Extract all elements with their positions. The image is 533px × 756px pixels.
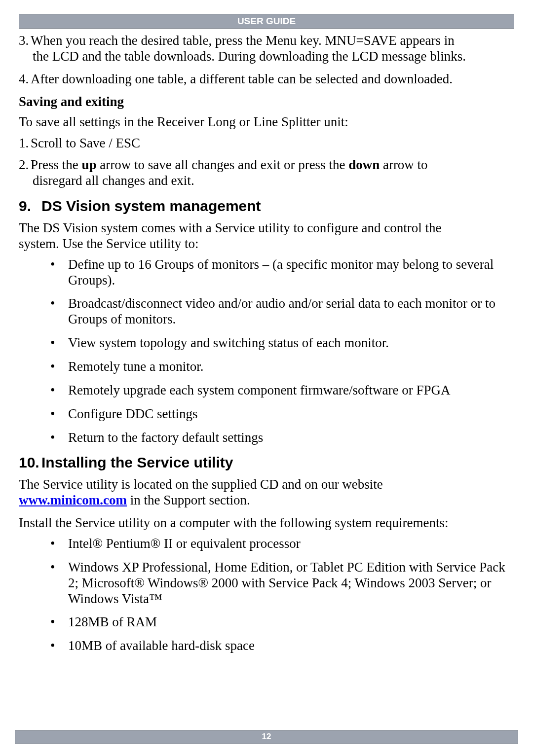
saving-step-2-pre: Press the xyxy=(31,157,82,172)
list-item: 128MB of RAM xyxy=(50,614,514,630)
step-3-line1: When you reach the desired table, press … xyxy=(31,33,455,48)
saving-step-2-down: down xyxy=(348,157,380,172)
bullet-text: Return to the factory default settings xyxy=(68,430,263,445)
saving-step-2-mid: arrow to save all changes and exit or pr… xyxy=(97,157,349,172)
saving-step-2: 2.Press the up arrow to save all changes… xyxy=(19,157,514,189)
section-10-intro-post: in the Support section. xyxy=(127,493,250,507)
saving-step-1-number: 1. xyxy=(19,136,31,151)
saving-step-1: 1.Scroll to Save / ESC xyxy=(19,136,514,151)
bullet-text: Remotely upgrade each system component f… xyxy=(68,383,451,397)
section-10-intro: The Service utility is located on the su… xyxy=(19,477,514,508)
bullet-text: 128MB of RAM xyxy=(68,614,157,629)
bullet-text: Windows XP Professional, Home Edition, o… xyxy=(68,560,505,606)
saving-step-2-up: up xyxy=(82,157,97,172)
section-9-intro-line1: The DS Vision system comes with a Servic… xyxy=(19,220,441,235)
bullet-text: Broadcast/disconnect video and/or audio … xyxy=(68,296,495,326)
section-9-intro-line2: system. Use the Service utility to: xyxy=(19,236,198,251)
section-9-intro: The DS Vision system comes with a Servic… xyxy=(19,220,514,252)
bullet-text: Configure DDC settings xyxy=(68,406,198,421)
list-item: Intel® Pentium® II or equivalent process… xyxy=(50,536,514,552)
list-item: 10MB of available hard-disk space xyxy=(50,638,514,654)
saving-step-2-line2: disregard all changes and exit. xyxy=(33,173,514,189)
section-10-number: 10. xyxy=(19,454,41,471)
list-item: Configure DDC settings xyxy=(50,406,514,422)
saving-step-2-number: 2. xyxy=(19,157,31,173)
list-item: Remotely upgrade each system component f… xyxy=(50,383,514,398)
step-4-line1: After downloading one table, a different… xyxy=(31,72,453,86)
section-9-heading: 9.DS Vision system management xyxy=(19,198,514,215)
saving-step-1-text: Scroll to Save / ESC xyxy=(31,136,140,150)
header-bar: USER GUIDE xyxy=(19,14,514,29)
list-item: Return to the factory default settings xyxy=(50,430,514,446)
bullet-text: Remotely tune a monitor. xyxy=(68,359,203,374)
list-item: Define up to 16 Groups of monitors – (a … xyxy=(50,257,514,288)
section-10-heading: 10.Installing the Service utility xyxy=(19,454,514,471)
list-item: Remotely tune a monitor. xyxy=(50,359,514,375)
page-container: USER GUIDE 3.When you reach the desired … xyxy=(0,0,533,756)
list-item: View system topology and switching statu… xyxy=(50,335,514,351)
step-3: 3.When you reach the desired table, pres… xyxy=(19,33,514,65)
saving-intro: To save all settings in the Receiver Lon… xyxy=(19,114,514,130)
step-3-number: 3. xyxy=(19,33,31,49)
footer-bar: 12 xyxy=(15,730,518,744)
saving-heading: Saving and exiting xyxy=(19,94,514,109)
section-9-number: 9. xyxy=(19,198,41,215)
step-4-number: 4. xyxy=(19,72,31,87)
page-number: 12 xyxy=(262,732,271,741)
bullet-text: Intel® Pentium® II or equivalent process… xyxy=(68,536,301,551)
list-item: Windows XP Professional, Home Edition, o… xyxy=(50,560,514,607)
section-10-intro-pre: The Service utility is located on the su… xyxy=(19,477,383,492)
bullet-text: View system topology and switching statu… xyxy=(68,335,389,350)
section-10-req: Install the Service utility on a compute… xyxy=(19,515,514,531)
bullet-text: 10MB of available hard-disk space xyxy=(68,638,255,653)
saving-step-2-post: arrow to xyxy=(380,157,427,172)
list-item: Broadcast/disconnect video and/or audio … xyxy=(50,296,514,327)
section-10-title: Installing the Service utility xyxy=(41,454,233,470)
section-9-title: DS Vision system management xyxy=(41,198,261,214)
header-title: USER GUIDE xyxy=(237,16,296,26)
minicom-link[interactable]: www.minicom.com xyxy=(19,493,127,507)
step-4: 4.After downloading one table, a differe… xyxy=(19,72,514,87)
step-3-line2: the LCD and the table downloads. During … xyxy=(33,49,514,65)
section-9-bullet-list: Define up to 16 Groups of monitors – (a … xyxy=(19,257,514,446)
section-10-bullet-list: Intel® Pentium® II or equivalent process… xyxy=(19,536,514,654)
bullet-text: Define up to 16 Groups of monitors – (a … xyxy=(68,257,494,288)
